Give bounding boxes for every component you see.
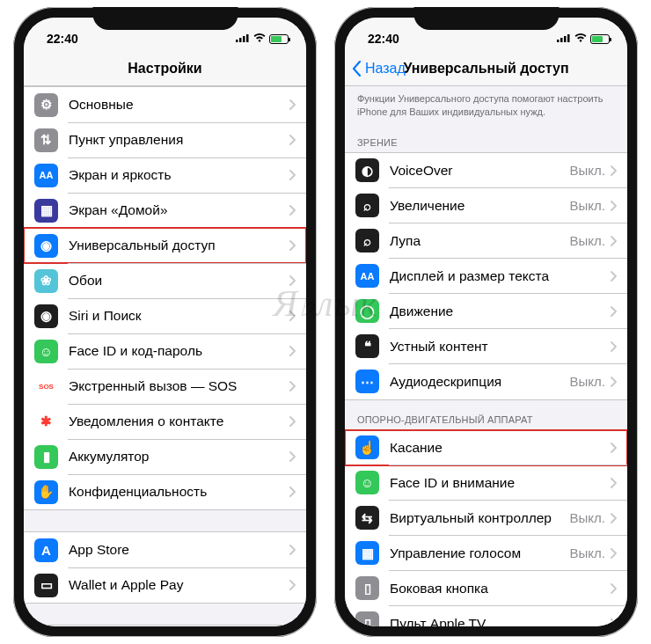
- settings-row[interactable]: ⋯ Аудиодескрипция Выкл.: [345, 364, 627, 399]
- status-icons: [236, 33, 289, 45]
- back-button[interactable]: Назад: [352, 61, 406, 77]
- row-label: Экстренный вызов — SOS: [69, 378, 289, 394]
- settings-row[interactable]: ☝ Касание: [345, 430, 627, 465]
- appstore-icon: A: [34, 538, 58, 562]
- chevron-right-icon: [289, 240, 296, 251]
- settings-row[interactable]: ⚙ Основные: [24, 87, 306, 122]
- signal-icon: [557, 33, 571, 45]
- chevron-right-icon: [289, 451, 296, 462]
- chevron-right-icon: [289, 487, 296, 497]
- settings-row[interactable]: ☺ Face ID и внимание: [345, 465, 627, 501]
- motion-icon: ◯: [355, 299, 379, 323]
- svg-rect-2: [243, 36, 245, 42]
- row-label: Виртуальный контроллер: [390, 510, 570, 526]
- sos-icon: SOS: [34, 375, 58, 399]
- faceid-icon: ☺: [34, 340, 58, 363]
- svg-rect-6: [564, 36, 567, 42]
- row-label: Siri и Поиск: [69, 308, 289, 324]
- row-label: Экран «Домой»: [69, 202, 289, 218]
- chevron-right-icon: [611, 548, 617, 559]
- chevron-right-icon: [289, 99, 296, 110]
- settings-row[interactable]: ▦ Экран «Домой»: [24, 193, 306, 228]
- status-icons: [557, 33, 610, 45]
- settings-row[interactable]: ✋ Конфиденциальность: [24, 474, 306, 509]
- chevron-right-icon: [289, 275, 296, 286]
- settings-row[interactable]: AA Экран и яркость: [24, 157, 306, 193]
- chevron-right-icon: [611, 306, 617, 317]
- sidebutton-icon: ▯: [355, 576, 379, 600]
- settings-row[interactable]: ◐ VoiceOver Выкл.: [345, 153, 627, 188]
- settings-list-left[interactable]: ⚙ Основные ⇅ Пункт управления AA Экран и…: [24, 86, 306, 626]
- home-grid-icon: ▦: [34, 199, 58, 223]
- wallpaper-icon: ❀: [34, 269, 58, 293]
- nav-bar-right: Назад Универсальный доступ: [345, 51, 627, 86]
- settings-row[interactable]: ◯ Движение: [345, 294, 627, 329]
- settings-row[interactable]: ⇅ Пункт управления: [24, 122, 306, 157]
- settings-list-right[interactable]: Функции Универсального доступа помогают …: [345, 86, 627, 626]
- settings-row[interactable]: AA Дисплей и размер текста: [345, 259, 627, 294]
- row-label: Боковая кнопка: [390, 581, 611, 596]
- chevron-right-icon: [611, 341, 617, 352]
- row-label: Пульт Apple TV: [390, 616, 611, 626]
- settings-row[interactable]: ❝ Устный контент: [345, 329, 627, 364]
- page-description: Функции Универсального доступа помогают …: [345, 86, 627, 123]
- row-label: Аудиодескрипция: [390, 374, 570, 390]
- siri-icon: ◉: [34, 304, 58, 328]
- settings-row[interactable]: ⇆ Виртуальный контроллер Выкл.: [345, 501, 627, 536]
- chevron-right-icon: [611, 236, 617, 246]
- page-title: Настройки: [128, 61, 201, 77]
- notch: [92, 7, 238, 30]
- row-label: Дисплей и размер текста: [390, 268, 611, 284]
- page-title: Универсальный доступ: [403, 61, 568, 77]
- settings-row[interactable]: A App Store: [24, 532, 306, 567]
- row-label: Увеличение: [390, 198, 570, 214]
- screen-left: 22:40 Настройки ⚙ Основные ⇅ Пункт управ…: [24, 18, 306, 626]
- settings-row[interactable]: ▯ Боковая кнопка: [345, 571, 627, 606]
- row-label: VoiceOver: [390, 163, 570, 179]
- row-label: Касание: [390, 440, 611, 456]
- section-header: ОПОРНО-ДВИГАТЕЛЬНЫЙ АППАРАТ: [345, 400, 627, 429]
- settings-row[interactable]: ▮ Аккумулятор: [24, 439, 306, 474]
- chevron-right-icon: [611, 513, 617, 523]
- faceid-attention-icon: ☺: [355, 471, 379, 494]
- svg-rect-7: [567, 34, 570, 42]
- row-detail: Выкл.: [570, 163, 605, 178]
- row-label: Пункт управления: [69, 132, 289, 148]
- spoken-content-icon: ❝: [355, 334, 379, 358]
- settings-row[interactable]: ⌕ Лупа Выкл.: [345, 223, 627, 259]
- settings-row[interactable]: ✱ Уведомления о контакте: [24, 404, 306, 439]
- text-size-icon: AA: [34, 164, 58, 187]
- svg-rect-3: [246, 34, 249, 42]
- row-detail: Выкл.: [570, 198, 605, 213]
- gear-icon: ⚙: [34, 93, 58, 117]
- notch: [413, 7, 559, 30]
- settings-row[interactable]: ☺ Face ID и код-пароль: [24, 333, 306, 369]
- chevron-right-icon: [611, 478, 617, 488]
- screen-right: 22:40 Назад Универсальный доступ Функции…: [345, 18, 627, 626]
- settings-row[interactable]: SOS Экстренный вызов — SOS: [24, 369, 306, 404]
- magnifier-icon: ⌕: [355, 229, 379, 252]
- appletv-icon: ▯: [355, 611, 379, 626]
- settings-row[interactable]: ❀ Обои: [24, 263, 306, 298]
- svg-rect-5: [560, 38, 563, 42]
- settings-row[interactable]: ⌕ Увеличение Выкл.: [345, 188, 627, 223]
- row-label: Конфиденциальность: [69, 484, 289, 500]
- svg-rect-0: [236, 40, 238, 42]
- settings-row[interactable]: ◉ Универсальный доступ: [24, 228, 306, 263]
- iphone-frame-right: 22:40 Назад Универсальный доступ Функции…: [334, 7, 638, 637]
- row-label: Основные: [69, 97, 289, 113]
- chevron-right-icon: [289, 135, 296, 145]
- row-label: Универсальный доступ: [69, 238, 289, 253]
- settings-row[interactable]: ⚿ Пароли: [24, 626, 306, 626]
- chevron-right-icon: [289, 205, 296, 216]
- battery-icon: ▮: [34, 445, 58, 469]
- settings-row[interactable]: ▭ Wallet и Apple Pay: [24, 567, 306, 603]
- svg-rect-1: [239, 38, 242, 42]
- settings-row[interactable]: ◉ Siri и Поиск: [24, 298, 306, 333]
- chevron-right-icon: [611, 271, 617, 282]
- settings-row[interactable]: ▦ Управление голосом Выкл.: [345, 536, 627, 571]
- iphone-frame-left: 22:40 Настройки ⚙ Основные ⇅ Пункт управ…: [13, 7, 317, 637]
- settings-row[interactable]: ▯ Пульт Apple TV: [345, 606, 627, 626]
- signal-icon: [236, 33, 250, 45]
- chevron-right-icon: [611, 443, 617, 453]
